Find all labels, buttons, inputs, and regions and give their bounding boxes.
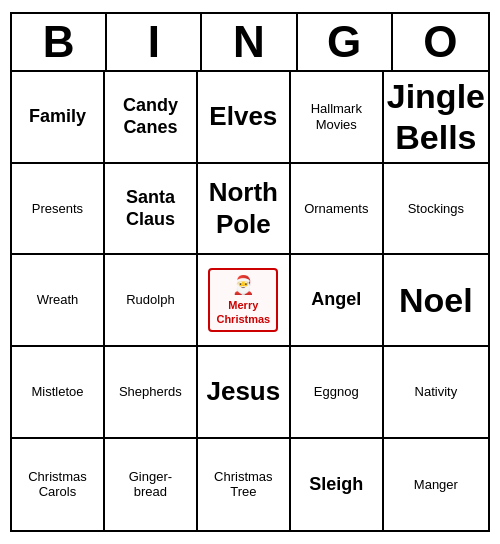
header-letter-n: N [202,14,297,70]
cell-2-1: Rudolph [105,255,198,347]
cell-1-1: SantaClaus [105,164,198,256]
cell-0-0: Family [12,72,105,164]
cell-text-0-0: Family [29,106,86,128]
cell-2-0: Wreath [12,255,105,347]
cell-text-4-2: ChristmasTree [214,469,273,500]
cell-4-3: Sleigh [291,439,384,531]
cell-3-2: Jesus [198,347,291,439]
cell-text-1-3: Ornaments [304,201,368,217]
header-letter-o: O [393,14,488,70]
bingo-grid: FamilyCandyCanesElvesHallmarkMoviesJingl… [12,72,488,530]
cell-0-4: JingleBells [384,72,488,164]
header-letter-i: I [107,14,202,70]
cell-text-0-4: JingleBells [387,76,485,158]
cell-text-1-0: Presents [32,201,83,217]
cell-text-2-0: Wreath [37,292,79,308]
cell-text-2-3: Angel [311,289,361,311]
header-letter-b: B [12,14,107,70]
cell-4-0: ChristmasCarols [12,439,105,531]
cell-text-4-1: Ginger-bread [129,469,172,500]
cell-1-4: Stockings [384,164,488,256]
cell-0-1: CandyCanes [105,72,198,164]
cell-text-2-1: Rudolph [126,292,174,308]
cell-2-3: Angel [291,255,384,347]
cell-1-2: NorthPole [198,164,291,256]
cell-text-0-2: Elves [209,101,277,132]
cell-text-3-0: Mistletoe [31,384,83,400]
cell-text-2-4: Noel [399,280,473,321]
cell-text-3-3: Eggnog [314,384,359,400]
bingo-header: BINGO [12,14,488,72]
cell-text-4-4: Manger [414,477,458,493]
cell-1-3: Ornaments [291,164,384,256]
cell-0-2: Elves [198,72,291,164]
cell-4-1: Ginger-bread [105,439,198,531]
header-letter-g: G [298,14,393,70]
cell-3-4: Nativity [384,347,488,439]
cell-4-2: ChristmasTree [198,439,291,531]
cell-text-3-1: Shepherds [119,384,182,400]
cell-text-3-2: Jesus [206,376,280,407]
cell-text-0-3: HallmarkMovies [311,101,362,132]
cell-2-4: Noel [384,255,488,347]
cell-1-0: Presents [12,164,105,256]
cell-text-1-4: Stockings [408,201,464,217]
cell-text-4-3: Sleigh [309,474,363,496]
cell-text-4-0: ChristmasCarols [28,469,87,500]
cell-2-2: 🎅MerryChristmas [198,255,291,347]
cell-text-1-2: NorthPole [209,177,278,239]
cell-text-0-1: CandyCanes [123,95,178,138]
merry-christmas-label: 🎅MerryChristmas [208,268,278,332]
cell-text-1-1: SantaClaus [126,187,175,230]
bingo-card: BINGO FamilyCandyCanesElvesHallmarkMovie… [10,12,490,532]
cell-3-3: Eggnog [291,347,384,439]
cell-4-4: Manger [384,439,488,531]
cell-0-3: HallmarkMovies [291,72,384,164]
cell-text-3-4: Nativity [415,384,458,400]
cell-3-0: Mistletoe [12,347,105,439]
free-space-image: 🎅MerryChristmas [208,270,278,330]
cell-3-1: Shepherds [105,347,198,439]
